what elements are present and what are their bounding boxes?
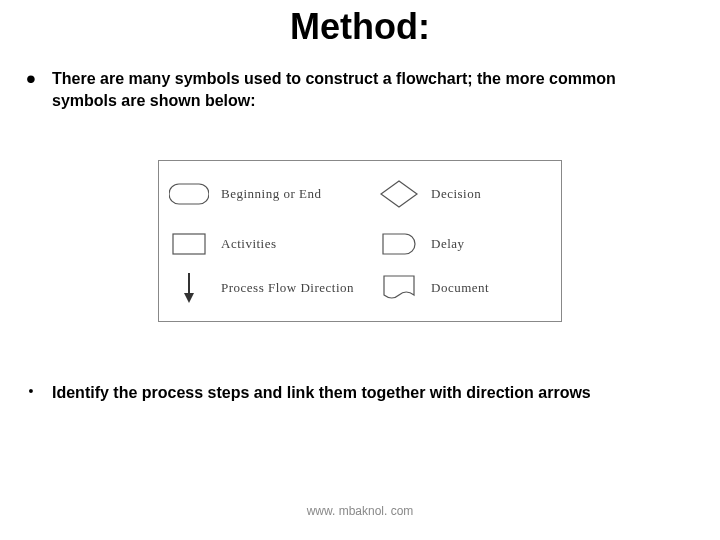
legend-label: Decision bbox=[431, 187, 481, 201]
delay-icon bbox=[377, 226, 421, 262]
legend-item-activity: Activities bbox=[167, 219, 357, 269]
legend-label: Activities bbox=[221, 237, 277, 251]
legend-label: Beginning or End bbox=[221, 187, 321, 201]
legend-label: Document bbox=[431, 281, 489, 295]
svg-marker-2 bbox=[184, 293, 194, 303]
legend-label: Delay bbox=[431, 237, 465, 251]
arrow-down-icon bbox=[167, 270, 211, 306]
flowchart-legend-figure: Beginning or End Activities Process bbox=[158, 160, 562, 322]
svg-marker-3 bbox=[381, 181, 417, 207]
slide-title: Method: bbox=[0, 6, 720, 48]
terminator-icon bbox=[167, 176, 211, 212]
slide: Method: • There are many symbols used to… bbox=[0, 0, 720, 540]
bullet-dot-icon: • bbox=[24, 382, 38, 400]
legend-item-decision: Decision bbox=[377, 169, 557, 219]
legend-item-terminator: Beginning or End bbox=[167, 169, 357, 219]
bullet-dot-icon: • bbox=[24, 68, 38, 90]
legend-left-column: Beginning or End Activities Process bbox=[167, 169, 357, 307]
svg-rect-0 bbox=[173, 234, 205, 254]
bullet-text: Identify the process steps and link them… bbox=[52, 382, 591, 404]
footer-url: www. mbaknol. com bbox=[0, 504, 720, 518]
legend-item-document: Document bbox=[377, 269, 557, 307]
bullet-text: There are many symbols used to construct… bbox=[52, 68, 672, 112]
bullet-item: • There are many symbols used to constru… bbox=[24, 68, 692, 112]
diamond-icon bbox=[377, 176, 421, 212]
bullet-list-2: • Identify the process steps and link th… bbox=[24, 382, 692, 414]
legend-item-flow: Process Flow Direction bbox=[167, 269, 357, 307]
bullet-item: • Identify the process steps and link th… bbox=[24, 382, 692, 404]
legend-label: Process Flow Direction bbox=[221, 281, 354, 295]
legend-right-column: Decision Delay Document bbox=[377, 169, 557, 307]
legend-item-delay: Delay bbox=[377, 219, 557, 269]
document-icon bbox=[377, 270, 421, 306]
rectangle-icon bbox=[167, 226, 211, 262]
bullet-list: • There are many symbols used to constru… bbox=[24, 68, 692, 122]
